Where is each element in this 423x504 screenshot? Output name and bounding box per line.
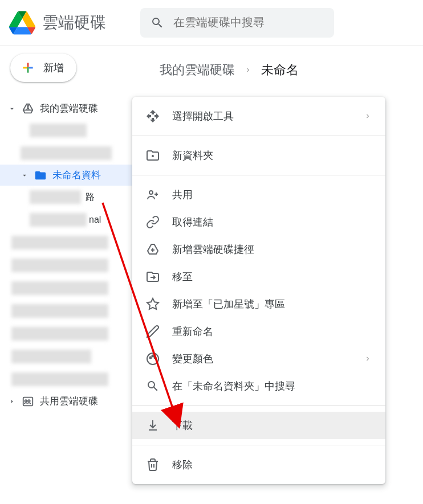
folder-icon [34, 169, 47, 182]
download-icon [146, 419, 160, 432]
menu-label: 變更顏色 [172, 352, 213, 366]
link-icon [146, 215, 160, 229]
blurred-row: 路 [0, 186, 148, 208]
menu-label: 取得連結 [172, 215, 213, 229]
svg-point-3 [149, 191, 153, 194]
header: 雲端硬碟 [0, 0, 423, 46]
expand-down-icon [8, 105, 16, 113]
blurred-row: nal [0, 208, 148, 231]
sidebar-label: 共用雲端硬碟 [40, 395, 98, 408]
trash-icon [146, 458, 160, 472]
sidebar-shared-drives[interactable]: 共用雲端硬碟 [0, 391, 148, 412]
context-menu: 選擇開啟工具 新資料夾 共用 取得連結 新增雲端硬碟捷徑 移至 新增至「已加星號… [132, 97, 385, 484]
blurred-row [0, 345, 148, 368]
chevron-right-icon [364, 112, 372, 120]
search-icon [151, 16, 164, 30]
menu-search-in[interactable]: 在「未命名資料夾」中搜尋 [132, 372, 385, 400]
blurred-row [0, 277, 148, 300]
new-button-label: 新增 [43, 61, 64, 75]
menu-share[interactable]: 共用 [132, 181, 385, 208]
star-icon [146, 297, 160, 311]
breadcrumb-root[interactable]: 我的雲端硬碟 [160, 62, 235, 79]
breadcrumb-current[interactable]: 未命名 [261, 62, 299, 79]
search-icon [146, 379, 160, 393]
menu-label: 新資料夾 [172, 149, 213, 162]
sidebar-active-folder[interactable]: 未命名資料 [0, 165, 148, 186]
new-button[interactable]: 新增 [10, 54, 76, 82]
search-box[interactable] [140, 8, 334, 38]
drive-small-icon [22, 103, 34, 115]
palette-icon [146, 352, 160, 366]
menu-label: 共用 [172, 188, 193, 202]
blurred-row [0, 254, 148, 277]
svg-point-2 [28, 400, 30, 402]
menu-label: 重新命名 [172, 325, 213, 338]
menu-open-with[interactable]: 選擇開啟工具 [132, 103, 385, 130]
chevron-right-icon [244, 66, 252, 74]
drive-logo[interactable]: 雲端硬碟 [9, 10, 106, 36]
svg-point-7 [154, 357, 156, 359]
app-title: 雲端硬碟 [42, 12, 106, 34]
share-icon [146, 188, 160, 202]
sidebar-my-drive[interactable]: 我的雲端硬碟 [0, 98, 148, 119]
svg-point-5 [150, 357, 152, 359]
menu-divider [132, 445, 385, 445]
menu-label: 新增雲端硬碟捷徑 [172, 243, 254, 256]
menu-label: 新增至「已加星號」專區 [172, 297, 285, 311]
menu-label: 下載 [172, 419, 193, 432]
menu-label: 選擇開啟工具 [172, 109, 234, 123]
blurred-row [0, 142, 148, 165]
breadcrumb: 我的雲端硬碟 未命名 [148, 46, 423, 79]
menu-download[interactable]: 下載 [132, 412, 385, 439]
plus-icon [21, 60, 35, 75]
blurred-row [0, 300, 148, 322]
new-folder-icon [146, 149, 160, 162]
blurred-row [0, 119, 148, 142]
expand-down-icon [21, 171, 29, 179]
move-to-icon [146, 270, 160, 284]
menu-add-star[interactable]: 新增至「已加星號」專區 [132, 290, 385, 318]
menu-divider [132, 175, 385, 175]
sidebar: 新增 我的雲端硬碟 未命名資料 路 nal 共用雲端硬碟 [0, 46, 148, 420]
menu-label: 移除 [172, 458, 193, 472]
menu-divider [132, 136, 385, 136]
open-with-icon [146, 109, 160, 123]
chevron-right-icon [364, 355, 372, 363]
blurred-row [0, 322, 148, 345]
menu-get-link[interactable]: 取得連結 [132, 208, 385, 236]
drive-icon [9, 10, 35, 36]
menu-divider [132, 405, 385, 406]
blurred-row [0, 231, 148, 254]
menu-move-to[interactable]: 移至 [132, 263, 385, 290]
menu-change-color[interactable]: 變更顏色 [132, 345, 385, 372]
sidebar-label: 我的雲端硬碟 [40, 102, 98, 115]
shared-drives-icon [22, 395, 34, 408]
rename-icon [146, 325, 160, 338]
blurred-row [0, 368, 148, 391]
svg-point-1 [25, 400, 27, 402]
menu-label: 移至 [172, 270, 193, 284]
menu-add-shortcut[interactable]: 新增雲端硬碟捷徑 [132, 236, 385, 263]
svg-point-6 [152, 355, 154, 357]
menu-label: 在「未命名資料夾」中搜尋 [172, 379, 295, 393]
shortcut-icon [146, 243, 160, 256]
menu-rename[interactable]: 重新命名 [132, 318, 385, 345]
search-input[interactable] [173, 16, 324, 29]
expand-right-icon [8, 398, 16, 405]
menu-remove[interactable]: 移除 [132, 451, 385, 478]
sidebar-label: 未命名資料 [52, 169, 101, 182]
menu-new-folder[interactable]: 新資料夾 [132, 142, 385, 169]
